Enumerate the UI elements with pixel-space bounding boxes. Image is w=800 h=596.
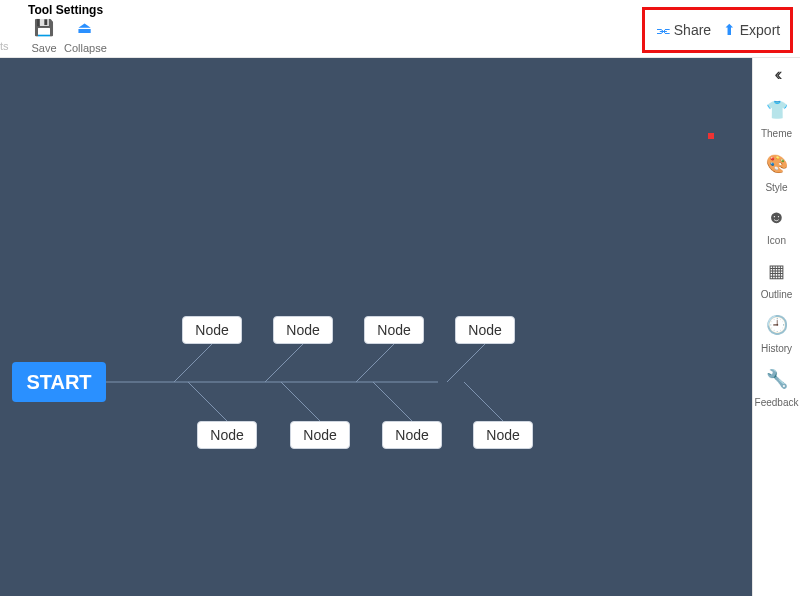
side-item-label: Style [765, 182, 787, 193]
share-label: Share [674, 22, 711, 38]
export-button[interactable]: ⬆ Export [723, 21, 780, 39]
svg-line-5 [188, 382, 227, 421]
top-right-highlight: ⫘ Share ⬆ Export [642, 7, 793, 53]
side-item-feedback[interactable]: 🔧Feedback [753, 364, 800, 418]
child-node[interactable]: Node [473, 421, 533, 449]
side-item-theme[interactable]: 👕Theme [753, 95, 800, 149]
side-item-label: History [761, 343, 792, 354]
share-icon: ⫘ [655, 22, 670, 39]
side-item-icon[interactable]: ☻Icon [753, 203, 800, 256]
indicator-dot [708, 133, 714, 139]
canvas[interactable]: STARTNodeNodeNodeNodeNodeNodeNodeNode [0, 58, 752, 596]
collapse-icon: ⏏ [64, 20, 104, 36]
clock-icon: 🕘 [753, 314, 800, 336]
child-node[interactable]: Node [197, 421, 257, 449]
side-item-history[interactable]: 🕘History [753, 310, 800, 364]
svg-line-2 [265, 344, 303, 382]
smile-icon: ☻ [753, 207, 800, 228]
svg-line-7 [373, 382, 412, 421]
side-item-outline[interactable]: ▦Outline [753, 256, 800, 310]
child-node[interactable]: Node [273, 316, 333, 344]
save-label: Save [31, 42, 56, 54]
svg-line-8 [464, 382, 503, 421]
edge-label: ts [0, 40, 9, 52]
child-node[interactable]: Node [382, 421, 442, 449]
child-node[interactable]: Node [182, 316, 242, 344]
side-item-label: Icon [767, 235, 786, 246]
child-node[interactable]: Node [455, 316, 515, 344]
share-button[interactable]: ⫘ Share [655, 22, 711, 39]
panel-collapse-button[interactable]: ‹‹ [753, 58, 800, 95]
child-node[interactable]: Node [290, 421, 350, 449]
svg-line-4 [447, 344, 485, 382]
tool-settings-label: Tool Settings [28, 3, 103, 17]
palette-icon: 🎨 [753, 153, 800, 175]
side-item-label: Feedback [755, 397, 799, 408]
svg-line-6 [281, 382, 320, 421]
collapse-button[interactable]: ⏏ Collapse [64, 20, 104, 56]
side-item-style[interactable]: 🎨Style [753, 149, 800, 203]
grid-icon: ▦ [753, 260, 800, 282]
chevron-left-icon: ‹‹ [775, 64, 779, 84]
tool-icon: 🔧 [753, 368, 800, 390]
collapse-label: Collapse [64, 42, 107, 54]
svg-line-1 [174, 344, 212, 382]
side-item-label: Theme [761, 128, 792, 139]
export-label: Export [740, 22, 780, 38]
side-item-label: Outline [761, 289, 793, 300]
root-node[interactable]: START [12, 362, 106, 402]
save-icon: 💾 [24, 20, 64, 36]
svg-line-3 [356, 344, 394, 382]
save-button[interactable]: 💾 Save [24, 20, 64, 56]
tshirt-icon: 👕 [753, 99, 800, 121]
side-panel: ‹‹ 👕Theme🎨Style☻Icon▦Outline🕘History🔧Fee… [752, 58, 800, 596]
topbar: ts Tool Settings 💾 Save ⏏ Collapse ⫘ Sha… [0, 0, 800, 58]
child-node[interactable]: Node [364, 316, 424, 344]
export-icon: ⬆ [723, 21, 736, 39]
